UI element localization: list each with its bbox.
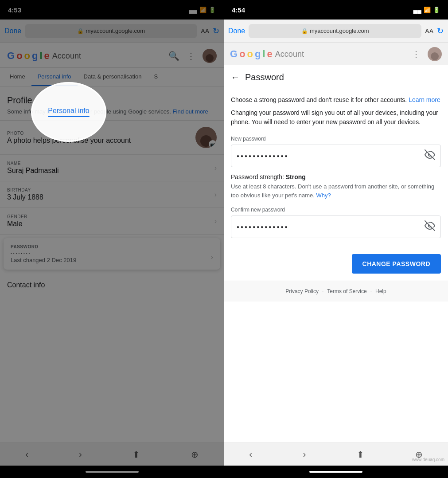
right-avatar	[428, 47, 442, 61]
new-password-label: New password	[231, 136, 441, 142]
right-lock-icon: 🔒	[301, 28, 308, 34]
right-nav-back-btn[interactable]: ‹	[249, 449, 252, 459]
footer-links: Privacy Policy · Terms of Service · Help	[224, 281, 448, 302]
privacy-policy-link[interactable]: Privacy Policy	[285, 288, 319, 294]
right-signal-icon: ▄▄	[413, 7, 421, 13]
terms-of-service-link[interactable]: Terms of Service	[327, 288, 366, 294]
new-password-toggle-icon[interactable]	[425, 149, 435, 162]
right-more-vert-icon: ⋮	[412, 49, 421, 59]
right-phone-panel: 4:54 ▄▄ 📶 🔋 Done 🔒 myaccount.google.com …	[224, 0, 448, 478]
watermark: www.deuaq.com	[412, 457, 444, 462]
change-password-button[interactable]: CHANGE PASSWORD	[352, 254, 441, 274]
right-nav-share-btn[interactable]: ⬆	[357, 449, 364, 460]
right-aa-button[interactable]: AA	[425, 27, 433, 35]
confirm-password-toggle-icon[interactable]	[425, 220, 435, 233]
right-status-icons: ▄▄ 📶 🔋	[413, 7, 440, 13]
right-home-indicator	[224, 466, 448, 478]
right-status-bar: 4:54 ▄▄ 📶 🔋	[224, 0, 448, 20]
password-page: ← Password Choose a strong password and …	[224, 65, 448, 443]
password-warning: Changing your password will sign you out…	[231, 108, 441, 127]
right-nav-forward-btn[interactable]: ›	[303, 449, 306, 459]
back-arrow-btn[interactable]: ←	[231, 72, 240, 82]
right-browser-done-btn[interactable]: Done	[228, 27, 245, 35]
right-header-icons: ⋮	[412, 47, 442, 61]
new-password-field[interactable]: ●●●●●●●●●●●●●	[231, 145, 441, 167]
left-phone-panel: 4:53 ▄▄ 📶 🔋 Done 🔒 myaccount.google.com …	[0, 0, 224, 478]
right-home-bar	[309, 471, 362, 473]
right-wifi-icon: 📶	[424, 7, 431, 13]
right-battery-icon: 🔋	[433, 7, 440, 13]
right-google-header-bg: G o o g l e Account ⋮	[224, 43, 448, 65]
strength-section: Password strength: Strong Use at least 8…	[231, 173, 441, 200]
right-reload-icon[interactable]: ↻	[437, 26, 444, 36]
confirm-password-field[interactable]: ●●●●●●●●●●●●●	[231, 215, 441, 238]
why-link[interactable]: Why?	[316, 192, 331, 199]
right-url-text: myaccount.google.com	[310, 27, 369, 34]
confirm-password-dots: ●●●●●●●●●●●●●	[237, 224, 289, 229]
password-page-header: ← Password	[224, 65, 448, 88]
right-url-bar[interactable]: 🔒 myaccount.google.com	[249, 24, 421, 38]
strength-value: Strong	[286, 173, 306, 180]
password-desc-1: Choose a strong password and don't reuse…	[231, 95, 441, 105]
footer-sep-1: ·	[322, 288, 323, 294]
right-google-logo: G o o g l e Account	[230, 48, 304, 60]
footer-sep-2: ·	[370, 288, 372, 294]
strength-hint: Use at least 8 characters. Don't use a p…	[231, 182, 441, 200]
help-link[interactable]: Help	[375, 288, 386, 294]
password-page-body[interactable]: Choose a strong password and don't reuse…	[224, 88, 448, 281]
right-browser-bar: Done 🔒 myaccount.google.com AA ↻	[224, 20, 448, 43]
right-bottom-nav: ‹ › ⬆ ⊕	[224, 443, 448, 466]
right-status-time: 4:54	[232, 6, 245, 14]
new-password-dots: ●●●●●●●●●●●●●	[237, 153, 289, 158]
learn-more-link[interactable]: Learn more	[409, 96, 440, 103]
grey-overlay	[0, 0, 224, 478]
confirm-password-label: Confirm new password	[231, 207, 441, 213]
password-page-title: Password	[245, 72, 284, 82]
strength-text: Password strength: Strong	[231, 173, 441, 180]
